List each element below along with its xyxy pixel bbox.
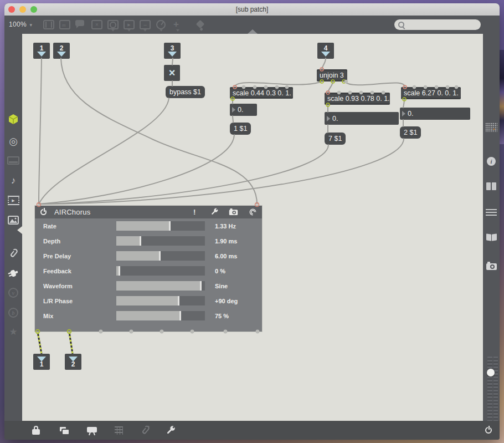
cord-unjoin-scale1 [235, 82, 322, 87]
lock-patcher-icon[interactable] [32, 421, 40, 440]
inspector-info-icon[interactable]: i [483, 157, 500, 166]
inlet-triangle-icon [168, 52, 177, 57]
param-row-depth[interactable]: Depth 1.90 ms [35, 233, 262, 248]
vizzie-icon[interactable]: v [4, 288, 22, 298]
param-row-rate[interactable]: Rate 1.33 Hz [35, 218, 262, 233]
message-7-dollar1[interactable]: 7 $1 [325, 133, 346, 145]
chevron-down-icon[interactable] [127, 29, 131, 32]
new-playbar-button[interactable]: ▶ [124, 20, 135, 29]
zoom-level-control[interactable]: 100% ▾ [9, 21, 32, 28]
chevron-down-icon[interactable] [176, 29, 179, 32]
number-box-2[interactable]: 0. [325, 112, 399, 125]
wrench-icon[interactable] [210, 207, 219, 218]
param-slider[interactable] [116, 296, 205, 305]
meter-left-column [487, 357, 492, 421]
param-slider[interactable] [116, 311, 205, 320]
audio-power-icon[interactable] [485, 421, 493, 440]
add-object-button[interactable]: + [173, 20, 179, 28]
param-slider[interactable] [116, 251, 205, 261]
new-comment-button[interactable] [75, 20, 84, 26]
object-browser-icon[interactable] [4, 114, 22, 125]
inlet-object-2[interactable]: 2 [53, 43, 70, 59]
param-slider[interactable] [116, 236, 205, 246]
plugin-title: AIRChorus [54, 208, 90, 216]
outlet-object-1[interactable]: 1 [33, 354, 50, 370]
scale-object-2[interactable]: scale 0.93 0.78 0. 1. [325, 93, 390, 105]
chevron-down-icon[interactable] [160, 29, 163, 32]
cord-bypass-plugin [39, 98, 169, 204]
new-button-button[interactable] [107, 20, 119, 29]
reference-book-icon[interactable] [483, 234, 500, 241]
unjoin-object[interactable]: unjoin 3 [317, 69, 347, 82]
gain-slider-knob[interactable] [487, 369, 495, 376]
search-field[interactable] [394, 19, 481, 30]
titlebar[interactable]: [sub patch] [4, 3, 500, 16]
toolbar-drawer-arrow[interactable] [248, 29, 258, 34]
param-row-lrphase[interactable]: L/R Phase +90 deg [35, 293, 262, 308]
paint-bucket-icon[interactable] [197, 20, 203, 27]
param-row-mix[interactable]: Mix 75 % [35, 308, 262, 323]
inlet-object-3[interactable]: 3 [164, 43, 181, 59]
patcher-canvas[interactable]: 1 2 3 4 × bypass $1 unjoin 3 scale 0.44 … [22, 34, 483, 421]
airchorus-plugin-panel[interactable]: AIRChorus ! Rate 1.33 Hz [35, 206, 262, 332]
param-slider[interactable] [116, 266, 205, 276]
chevron-down-icon[interactable] [111, 29, 115, 32]
new-object-button[interactable] [43, 20, 54, 29]
grid-snap-icon[interactable] [115, 421, 123, 440]
outlet-number: 1 [40, 361, 44, 368]
cord-msg7-plugin [39, 145, 328, 204]
toggle-object[interactable]: × [164, 65, 180, 81]
console-list-icon[interactable] [483, 209, 500, 217]
image-icon[interactable] [4, 216, 22, 225]
presentation-mode-icon[interactable] [87, 421, 97, 440]
beap-icon[interactable]: b [4, 308, 22, 318]
new-slider-button[interactable]: – [140, 20, 151, 29]
signal-cord-dark [69, 332, 73, 354]
alert-icon[interactable]: ! [193, 208, 196, 216]
param-value: 0 % [215, 268, 225, 274]
snapshot-camera-icon[interactable] [483, 261, 500, 271]
number-box-3[interactable]: 0. [400, 108, 470, 120]
bring-to-front-icon[interactable] [60, 421, 69, 440]
scale-object-1[interactable]: scale 0.44 0.3 0. 1. [230, 87, 293, 99]
param-label: Depth [43, 238, 116, 245]
plug-icon[interactable] [4, 268, 22, 279]
param-slider[interactable] [116, 281, 205, 291]
new-message-button[interactable]: m [59, 20, 70, 29]
param-slider[interactable] [116, 221, 205, 231]
number-value: 0. [408, 110, 413, 118]
message-2-dollar1[interactable]: 2 $1 [400, 126, 421, 139]
paperclip-icon[interactable] [4, 248, 22, 259]
cord-msg1-plugin [39, 135, 234, 204]
keyboard-icon[interactable] [4, 156, 22, 165]
video-filmstrip-icon[interactable]: ▶ [4, 196, 22, 205]
spiral-icon[interactable] [249, 208, 257, 218]
camera-icon[interactable] [229, 208, 238, 218]
search-input[interactable] [408, 20, 476, 29]
plugin-power-icon[interactable] [40, 208, 48, 216]
object-palette-icon[interactable] [483, 123, 500, 133]
split-panes-icon[interactable] [483, 182, 500, 190]
message-1-dollar1[interactable]: 1 $1 [230, 123, 251, 135]
star-icon[interactable]: ★ [4, 326, 22, 338]
param-row-waveform[interactable]: Waveform Sine [35, 278, 262, 293]
chevron-down-icon: ▾ [30, 22, 33, 28]
new-toggle-button[interactable]: × [91, 20, 102, 29]
new-dial-button[interactable] [156, 20, 166, 29]
inlet-object-1[interactable]: 1 [33, 43, 50, 59]
outlet-object-2[interactable]: 2 [65, 354, 81, 370]
inlet-object-4[interactable]: 4 [317, 43, 334, 59]
number-box-1[interactable]: 0. [230, 104, 257, 116]
param-label: Feedback [43, 268, 116, 274]
param-row-feedback[interactable]: Feedback 0 % [35, 263, 262, 278]
music-note-icon[interactable]: ♪ [4, 175, 22, 186]
inlet-triangle-icon [57, 52, 66, 57]
gain-meter[interactable] [487, 357, 498, 421]
record-icon[interactable]: ◎ [4, 135, 22, 147]
wrench-icon[interactable] [165, 421, 176, 440]
scale-object-3[interactable]: scale 6.27 0. 0. 1. [401, 87, 461, 99]
attach-patch-icon[interactable]: + [140, 421, 151, 440]
bypass-message[interactable]: bypass $1 [166, 86, 205, 98]
chevron-down-icon[interactable] [143, 29, 147, 32]
param-row-predelay[interactable]: Pre Delay 6.00 ms [35, 248, 262, 263]
